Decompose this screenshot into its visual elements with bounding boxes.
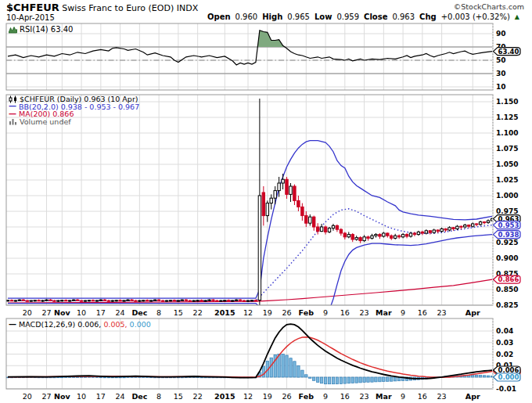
svg-text:9: 9 — [401, 308, 405, 317]
rsi-series — [6, 31, 493, 74]
low-label: Low — [315, 13, 332, 21]
svg-text:Dec: Dec — [131, 308, 147, 317]
svg-text:26: 26 — [282, 308, 291, 317]
svg-text:Nov: Nov — [54, 392, 70, 401]
svg-text:Dec: Dec — [131, 392, 147, 401]
svg-text:1.125: 1.125 — [496, 113, 518, 121]
svg-text:9: 9 — [401, 392, 405, 401]
svg-text:20: 20 — [23, 308, 32, 317]
svg-text:10: 10 — [77, 392, 86, 401]
svg-text:Apr: Apr — [466, 308, 480, 317]
svg-text:0.975: 0.975 — [496, 207, 518, 215]
svg-text:23: 23 — [360, 392, 369, 401]
svg-text:0.850: 0.850 — [496, 286, 518, 293]
svg-text:24: 24 — [116, 308, 125, 317]
svg-text:0.953: 0.953 — [498, 221, 519, 229]
svg-text:27: 27 — [41, 308, 51, 317]
svg-text:0.000: 0.000 — [498, 373, 519, 381]
svg-text:1.075: 1.075 — [496, 145, 518, 153]
svg-text:63.40: 63.40 — [498, 48, 519, 56]
close-label: Close — [364, 13, 387, 21]
svg-text:-0.01: -0.01 — [496, 385, 516, 393]
open-value: 0.960 — [235, 13, 258, 21]
svg-text:50: 50 — [496, 56, 506, 64]
open-label: Open — [207, 13, 231, 21]
svg-text:16: 16 — [418, 308, 427, 317]
svg-text:0.925: 0.925 — [496, 239, 518, 246]
macd-value: 0.006, — [77, 320, 101, 329]
macd-signal-value: 0.005, — [103, 320, 127, 329]
svg-text:10: 10 — [77, 308, 86, 317]
svg-text:Feb: Feb — [299, 392, 315, 401]
svg-text:Feb: Feb — [299, 308, 315, 317]
svg-text:1.050: 1.050 — [496, 160, 518, 168]
high-value: 0.965 — [287, 13, 310, 21]
volume-legend: Volume undef — [9, 118, 139, 126]
symbol-description: Swiss Franc to Euro (EOD) INDX — [62, 3, 198, 13]
chart-date: 10-Apr-2015 — [6, 13, 55, 22]
svg-text:12: 12 — [243, 392, 253, 401]
volume-legend-text: Volume undef — [20, 117, 71, 126]
rsi-legend: RSI(14) 63.40 — [9, 25, 73, 34]
svg-text:27: 27 — [41, 392, 51, 401]
close-value: 0.963 — [392, 13, 415, 21]
svg-text:2015: 2015 — [214, 392, 235, 401]
svg-text:23: 23 — [437, 308, 447, 317]
svg-text:22: 22 — [193, 392, 203, 401]
rsi-legend-value: 63.40 — [51, 25, 74, 34]
svg-text:0.938: 0.938 — [498, 231, 519, 239]
svg-text:1.025: 1.025 — [496, 176, 518, 184]
svg-text:Apr: Apr — [466, 392, 480, 401]
svg-text:1.150: 1.150 — [496, 98, 518, 106]
svg-text:17: 17 — [96, 392, 106, 401]
volume-bars-icon — [9, 117, 17, 125]
svg-text:0.866: 0.866 — [498, 275, 519, 283]
symbol: $CHFEUR — [6, 2, 59, 13]
svg-text:16: 16 — [340, 308, 350, 317]
svg-text:0.825: 0.825 — [496, 301, 518, 309]
svg-text:23: 23 — [360, 308, 369, 317]
svg-text:Mar: Mar — [376, 392, 392, 401]
price-series — [6, 99, 493, 369]
svg-text:9: 9 — [323, 392, 328, 401]
low-value: 0.959 — [336, 13, 359, 21]
price-legend: $CHFEUR (Daily) 0.963 (10 Apr) — BB(20,2… — [9, 95, 139, 125]
svg-text:0.900: 0.900 — [496, 254, 518, 262]
svg-text:16: 16 — [418, 392, 427, 401]
svg-text:17: 17 — [96, 308, 106, 317]
source-credit: ©StockCharts.com — [454, 2, 524, 11]
svg-text:0.03: 0.03 — [496, 339, 513, 347]
up-triangle-icon: ▲ — [515, 13, 519, 20]
chart-canvas: 90705030101.1501.1251.1001.0751.0501.025… — [0, 0, 532, 403]
svg-text:15: 15 — [174, 392, 183, 401]
macd-hist-value: 0.000 — [130, 320, 151, 329]
svg-text:22: 22 — [193, 308, 203, 317]
svg-text:19: 19 — [263, 308, 272, 317]
svg-text:9: 9 — [323, 308, 328, 317]
svg-text:8: 8 — [156, 308, 161, 317]
high-label: High — [262, 13, 282, 21]
svg-text:19: 19 — [263, 392, 272, 401]
svg-text:8: 8 — [156, 392, 161, 401]
svg-text:0.02: 0.02 — [496, 351, 513, 358]
svg-text:23: 23 — [437, 392, 447, 401]
svg-text:20: 20 — [23, 392, 32, 401]
svg-text:12: 12 — [243, 308, 253, 317]
svg-text:0.04: 0.04 — [496, 327, 513, 335]
svg-text:1.100: 1.100 — [496, 129, 518, 137]
stockcharts-chart: 90705030101.1501.1251.1001.0751.0501.025… — [0, 0, 532, 403]
gridlines — [6, 23, 493, 389]
ma-line-icon: — — [9, 112, 16, 117]
macd-line-icon: — — [9, 322, 16, 327]
bb-line-icon: — — [9, 104, 16, 109]
svg-text:16: 16 — [340, 392, 350, 401]
rsi-legend-label: RSI(14) — [20, 25, 49, 34]
chg-label: Chg — [419, 13, 437, 21]
svg-text:24: 24 — [116, 392, 125, 401]
chg-value: +0.003 (+0.32%) — [441, 13, 510, 21]
svg-text:26: 26 — [282, 392, 291, 401]
y-axis-labels: 90705030101.1501.1251.1001.0751.0501.025… — [496, 30, 518, 393]
macd-legend-label: MACD(12,26,9) — [19, 320, 75, 329]
svg-text:30: 30 — [496, 70, 506, 77]
svg-text:2015: 2015 — [214, 308, 235, 317]
